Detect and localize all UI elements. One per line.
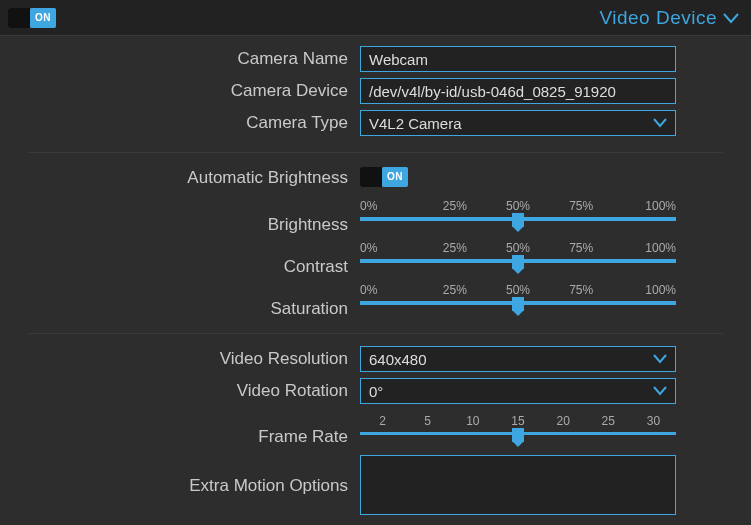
video-device-on-toggle[interactable]: ON: [8, 8, 56, 28]
video-resolution-label: Video Resolution: [28, 346, 360, 372]
slider-thumb[interactable]: [512, 213, 524, 227]
section-title-text: Video Device: [599, 7, 717, 29]
chevron-down-icon: [653, 386, 667, 396]
extra-motion-options-input[interactable]: [360, 455, 676, 515]
slider-thumb[interactable]: [512, 297, 524, 311]
frame-rate-label: Frame Rate: [28, 410, 360, 445]
contrast-label: Contrast: [28, 240, 360, 275]
brightness-label: Brightness: [28, 198, 360, 233]
camera-name-input[interactable]: [360, 46, 676, 72]
camera-name-label: Camera Name: [28, 46, 360, 72]
slider-thumb[interactable]: [512, 255, 524, 269]
video-resolution-select[interactable]: 640x480: [360, 346, 676, 372]
divider: [28, 152, 723, 153]
frame-rate-ticks: 2 5 10 15 20 25 30: [360, 414, 676, 428]
saturation-ticks: 0% 25% 50% 75% 100%: [360, 283, 676, 297]
slider-thumb[interactable]: [512, 428, 524, 442]
camera-device-label: Camera Device: [28, 78, 360, 104]
frame-rate-slider[interactable]: 2 5 10 15 20 25 30: [360, 412, 676, 435]
video-resolution-value: 640x480: [369, 351, 427, 368]
camera-type-value: V4L2 Camera: [369, 115, 462, 132]
camera-type-label: Camera Type: [28, 110, 360, 136]
camera-type-select[interactable]: V4L2 Camera: [360, 110, 676, 136]
toggle-knob: ON: [382, 167, 408, 187]
video-rotation-value: 0°: [369, 383, 383, 400]
chevron-down-icon: [653, 118, 667, 128]
chevron-down-icon: [653, 354, 667, 364]
contrast-slider[interactable]: 0% 25% 50% 75% 100%: [360, 239, 676, 263]
video-rotation-select[interactable]: 0°: [360, 378, 676, 404]
auto-brightness-label: Automatic Brightness: [28, 165, 360, 191]
brightness-ticks: 0% 25% 50% 75% 100%: [360, 199, 676, 213]
camera-device-input[interactable]: [360, 78, 676, 104]
video-rotation-label: Video Rotation: [28, 378, 360, 404]
brightness-slider[interactable]: 0% 25% 50% 75% 100%: [360, 197, 676, 221]
section-title-video-device[interactable]: Video Device: [599, 7, 739, 29]
saturation-label: Saturation: [28, 282, 360, 317]
toggle-knob: ON: [30, 8, 56, 28]
contrast-ticks: 0% 25% 50% 75% 100%: [360, 241, 676, 255]
auto-brightness-toggle[interactable]: ON: [360, 167, 408, 187]
divider: [28, 333, 723, 334]
saturation-slider[interactable]: 0% 25% 50% 75% 100%: [360, 281, 676, 305]
extra-motion-options-label: Extra Motion Options: [28, 455, 360, 499]
chevron-down-icon: [723, 12, 739, 24]
